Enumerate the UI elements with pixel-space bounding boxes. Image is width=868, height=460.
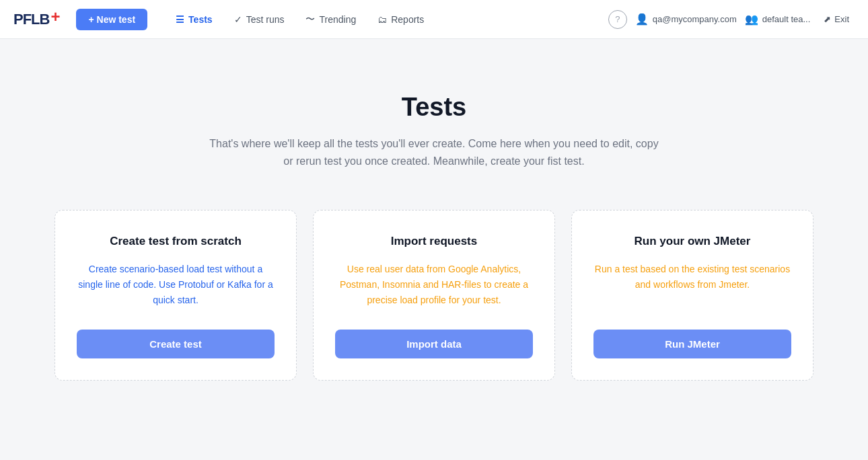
tests-icon: ☰ [176, 14, 184, 25]
nav-item-tests[interactable]: ☰ Tests [166, 10, 222, 29]
nav-label-trending: Trending [319, 14, 356, 25]
page-title: Tests [402, 93, 466, 122]
run-jmeter-button[interactable]: Run JMeter [593, 330, 791, 358]
main-content: Tests That's where we'll keep all the te… [0, 39, 868, 408]
card-scratch-title: Create test from scratch [110, 235, 242, 248]
import-data-button[interactable]: Import data [335, 330, 533, 358]
new-test-button[interactable]: + New test [76, 9, 147, 30]
card-import: Import requests Use real user data from … [313, 210, 555, 381]
cards-container: Create test from scratch Create scenario… [47, 210, 821, 381]
reports-icon: 🗂 [377, 14, 387, 25]
logo: PFLB + [13, 11, 60, 28]
card-scratch: Create test from scratch Create scenario… [55, 210, 297, 381]
test-runs-icon: ✓ [234, 14, 242, 25]
help-icon: ? [615, 14, 620, 24]
team-icon: 👥 [745, 13, 758, 26]
nav-label-reports: Reports [391, 14, 424, 25]
header: PFLB + + New test ☰ Tests ✓ Test runs 〜 … [0, 0, 868, 39]
card-jmeter-title: Run your own JMeter [635, 235, 751, 248]
logo-plus-icon: + [50, 9, 60, 25]
page-subtitle: That's where we'll keep all the tests yo… [205, 135, 663, 169]
exit-button[interactable]: ⬈ Exit [818, 11, 855, 27]
user-icon: 👤 [635, 13, 649, 26]
nav-label-test-runs: Test runs [246, 14, 285, 25]
exit-icon: ⬈ [824, 14, 831, 24]
main-nav: ☰ Tests ✓ Test runs 〜 Trending 🗂 Reports [166, 9, 603, 30]
team-name-text: default tea... [762, 14, 811, 24]
help-button[interactable]: ? [608, 10, 627, 29]
card-scratch-desc: Create scenario-based load test without … [77, 262, 275, 308]
nav-item-reports[interactable]: 🗂 Reports [368, 10, 433, 29]
user-email-display[interactable]: 👤 qa@mycompany.com [635, 13, 737, 26]
nav-item-trending[interactable]: 〜 Trending [296, 9, 365, 30]
user-email-text: qa@mycompany.com [653, 14, 737, 24]
card-jmeter-desc: Run a test based on the existing test sc… [593, 262, 791, 308]
card-jmeter: Run your own JMeter Run a test based on … [571, 210, 813, 381]
create-test-button[interactable]: Create test [77, 330, 275, 358]
card-import-desc: Use real user data from Google Analytics… [335, 262, 533, 308]
logo-text: PFLB [13, 11, 49, 28]
header-right: ? 👤 qa@mycompany.com 👥 default tea... ⬈ … [608, 10, 855, 29]
team-display[interactable]: 👥 default tea... [745, 13, 811, 26]
exit-label: Exit [834, 14, 849, 24]
card-import-title: Import requests [391, 235, 477, 248]
nav-item-test-runs[interactable]: ✓ Test runs [225, 10, 294, 29]
nav-label-tests: Tests [188, 14, 213, 25]
trending-icon: 〜 [305, 13, 315, 26]
